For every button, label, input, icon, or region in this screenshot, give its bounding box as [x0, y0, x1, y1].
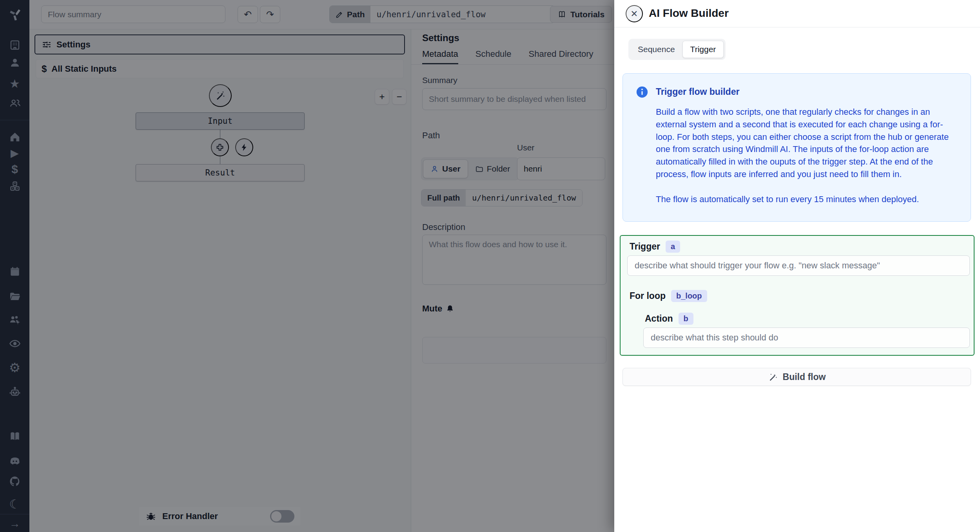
info-body: Build a flow with two scripts, one that … [656, 106, 958, 181]
info-footer: The flow is automatically set to run eve… [656, 193, 958, 206]
trigger-label: Trigger [630, 241, 660, 252]
builder-mode-tabs: Sequence Trigger [628, 39, 726, 60]
close-icon: ✕ [630, 9, 638, 19]
tab-sequence[interactable]: Sequence [630, 41, 682, 58]
tab-trigger[interactable]: Trigger [682, 41, 724, 58]
magic-wand-icon [768, 372, 778, 382]
drawer-backdrop[interactable] [0, 0, 614, 532]
build-flow-button[interactable]: Build flow [622, 368, 971, 386]
drawer-title: AI Flow Builder [649, 7, 729, 20]
drawer-header: ✕ AI Flow Builder [614, 0, 980, 27]
trigger-info-box: Trigger flow builder Build a flow with t… [622, 73, 971, 222]
forloop-label: For loop [630, 291, 666, 301]
action-label: Action [645, 313, 673, 324]
build-flow-label: Build flow [783, 372, 826, 382]
close-drawer-button[interactable]: ✕ [626, 5, 643, 22]
action-step-badge: b [679, 313, 693, 325]
trigger-description-input[interactable] [627, 255, 970, 276]
action-description-input[interactable] [643, 328, 970, 348]
trigger-config-box: Trigger a For loop b_loop Action b [620, 235, 975, 356]
info-icon [635, 85, 649, 99]
trigger-step-badge: a [666, 241, 680, 253]
info-title: Trigger flow builder [656, 85, 739, 97]
ai-flow-builder-drawer: ✕ AI Flow Builder Sequence Trigger Trigg… [614, 0, 980, 532]
forloop-step-badge: b_loop [671, 290, 707, 302]
